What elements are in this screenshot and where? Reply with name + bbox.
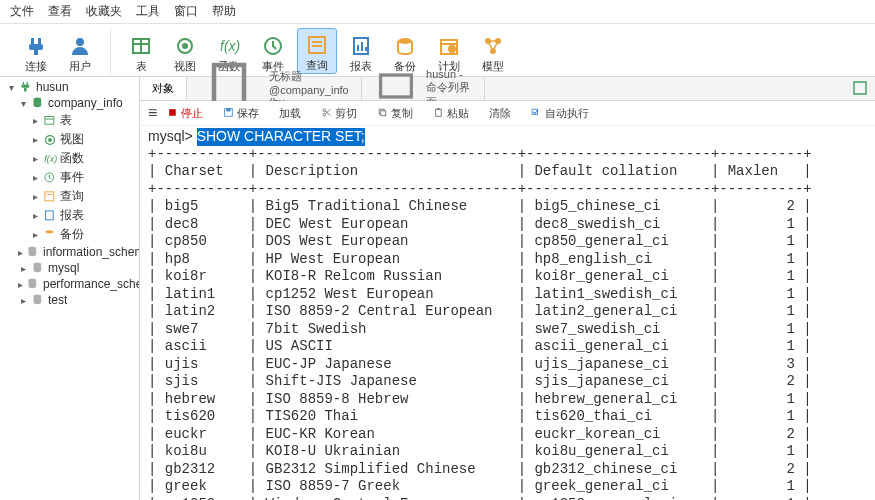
menu-item-帮助[interactable]: 帮助: [212, 3, 236, 20]
tree-item-information_schema[interactable]: ▸information_schema: [0, 244, 139, 260]
hamburger-icon[interactable]: ≡: [148, 104, 157, 122]
svg-rect-48: [170, 109, 177, 116]
svg-text:f(x): f(x): [220, 38, 240, 54]
svg-point-34: [48, 138, 52, 142]
svg-point-19: [398, 38, 412, 44]
svg-rect-16: [357, 45, 359, 51]
tree-twisty-icon[interactable]: ▸: [30, 153, 40, 164]
save-action[interactable]: 保存: [223, 106, 259, 121]
svg-rect-18: [365, 47, 367, 51]
sql-statement: SHOW CHARACTER SET;: [197, 128, 365, 146]
tree-item-事件[interactable]: ▸事件: [0, 168, 139, 187]
tree-item-报表[interactable]: ▸报表: [0, 206, 139, 225]
query-toolbar: ≡停止保存加载剪切复制粘贴清除自动执行: [140, 101, 875, 126]
paste-action[interactable]: 粘贴: [433, 106, 469, 121]
svg-point-9: [182, 43, 188, 49]
menu-item-收藏夹[interactable]: 收藏夹: [86, 3, 122, 20]
svg-rect-54: [381, 111, 386, 116]
copy-action[interactable]: 复制: [377, 106, 413, 121]
svg-rect-47: [854, 82, 866, 94]
tree-twisty-icon[interactable]: ▸: [18, 247, 23, 258]
editor-tab[interactable]: husun - 命令列界面: [362, 77, 486, 100]
menu-bar: 文件查看收藏夹工具窗口帮助: [0, 0, 875, 24]
svg-rect-28: [22, 84, 30, 87]
svg-rect-31: [45, 116, 54, 124]
svg-rect-0: [31, 38, 34, 44]
stop-action[interactable]: 停止: [167, 106, 203, 121]
sql-prompt: mysql>: [148, 128, 197, 146]
menu-item-窗口[interactable]: 窗口: [174, 3, 198, 20]
svg-rect-26: [23, 82, 24, 85]
svg-point-22: [448, 45, 456, 53]
svg-rect-37: [45, 191, 54, 200]
clear-action[interactable]: 清除: [489, 106, 511, 121]
tree-twisty-icon[interactable]: ▸: [30, 229, 40, 240]
tree-twisty-icon[interactable]: ▸: [18, 295, 28, 306]
tree-item-表[interactable]: ▸表: [0, 111, 139, 130]
user-button[interactable]: 用户: [60, 28, 100, 74]
tree-twisty-icon[interactable]: ▸: [30, 191, 40, 202]
svg-rect-56: [438, 108, 440, 110]
svg-point-4: [76, 38, 84, 46]
svg-rect-1: [38, 38, 41, 44]
tree-item-company_info[interactable]: ▾company_info: [0, 95, 139, 111]
svg-rect-29: [24, 88, 27, 92]
sidebar-tree: ▾husun▾company_info▸表▸视图▸f(x)函数▸事件▸查询▸报表…: [0, 77, 140, 500]
editor-tabs: 对象无标题 @company_info (hu…husun - 命令列界面: [140, 77, 875, 101]
tree-twisty-icon[interactable]: ▾: [6, 82, 16, 93]
connect-button[interactable]: 连接: [16, 28, 56, 74]
tree-item-查询[interactable]: ▸查询: [0, 187, 139, 206]
tree-item-视图[interactable]: ▸视图: [0, 130, 139, 149]
tree-item-husun[interactable]: ▾husun: [0, 79, 139, 95]
editor-tab[interactable]: 对象: [140, 77, 187, 100]
tree-twisty-icon[interactable]: ▾: [18, 98, 28, 109]
svg-point-40: [46, 230, 54, 233]
tree-twisty-icon[interactable]: ▸: [30, 210, 40, 221]
svg-rect-55: [436, 109, 441, 116]
menu-item-工具[interactable]: 工具: [136, 3, 160, 20]
menu-item-文件[interactable]: 文件: [10, 3, 34, 20]
tree-item-函数[interactable]: ▸f(x)函数: [0, 149, 139, 168]
tree-item-test[interactable]: ▸test: [0, 292, 139, 308]
svg-rect-46: [380, 75, 411, 97]
tree-twisty-icon[interactable]: ▸: [18, 279, 23, 290]
close-icon[interactable]: [845, 81, 875, 97]
svg-rect-17: [361, 42, 363, 51]
svg-rect-3: [34, 50, 38, 55]
tree-item-备份[interactable]: ▸备份: [0, 225, 139, 244]
tree-item-mysql[interactable]: ▸mysql: [0, 260, 139, 276]
autorun-action[interactable]: 自动执行: [531, 106, 589, 121]
tree-twisty-icon[interactable]: ▸: [30, 134, 40, 145]
editor-tab[interactable]: 无标题 @company_info (hu…: [187, 77, 362, 100]
table-button[interactable]: 表: [121, 28, 161, 74]
cut-action[interactable]: 剪切: [321, 106, 357, 121]
tree-twisty-icon[interactable]: ▸: [30, 172, 40, 183]
model-button[interactable]: 模型: [473, 28, 513, 74]
tree-twisty-icon[interactable]: ▸: [18, 263, 28, 274]
tree-item-performance_schema[interactable]: ▸performance_schema: [0, 276, 139, 292]
svg-rect-2: [29, 44, 43, 50]
tree-twisty-icon[interactable]: ▸: [30, 115, 40, 126]
svg-rect-39: [46, 210, 54, 219]
svg-rect-50: [227, 109, 231, 112]
svg-text:f(x): f(x): [44, 154, 57, 164]
svg-rect-27: [27, 82, 28, 85]
load-action[interactable]: 加载: [279, 106, 301, 121]
menu-item-查看[interactable]: 查看: [48, 3, 72, 20]
sql-terminal[interactable]: mysql> SHOW CHARACTER SET;+-----------+-…: [140, 126, 875, 500]
query-button[interactable]: 查询: [297, 28, 337, 74]
